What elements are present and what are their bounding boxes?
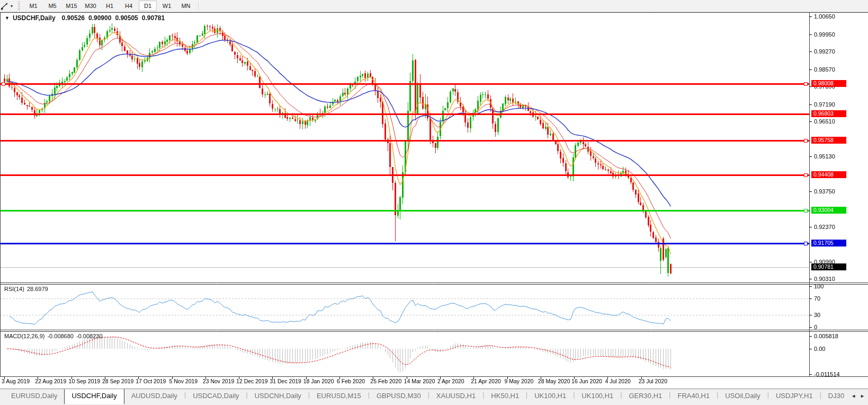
date-axis-label: 10 Sep 2019 [69,378,101,384]
price-level-tag: 0.93004 [811,207,846,214]
rsi-axis-label: 30 [814,312,820,318]
ohlc-low: 0.90505 [115,14,138,22]
timeframes-toolbar: ▾ M1M5M15M30H1H4D1W1MN [0,0,868,12]
toolbar-separator [198,2,199,10]
date-axis-label: 31 Dec 2019 [270,378,301,384]
terminal-window: ▾ M1M5M15M30H1H4D1W1MN ▼ USDCHF,Daily 0.… [0,0,868,405]
timeframe-button-m15[interactable]: M15 [62,1,80,11]
timeframe-button-w1[interactable]: W1 [158,1,176,11]
date-axis-label: 21 Apr 2020 [471,378,501,384]
price-axis-tick: 1.00650 [814,13,835,20]
date-axis-label: 23 Nov 2019 [203,378,235,384]
tab-usdjpy-h1[interactable]: USDJPY,H1 [769,389,820,403]
tab-audusd-daily[interactable]: AUDUSD,Daily [124,389,184,403]
tab-ger30-h1[interactable]: GER30,H1 [622,389,669,403]
date-axis-label: 22 Aug 2019 [35,378,66,384]
toolbar-grip[interactable] [17,2,20,10]
timeframe-button-m30[interactable]: M30 [82,1,100,11]
chart-symbol-label: USDCHF,Daily [13,14,56,22]
rsi-label: RSI(14)28.6979 [4,286,51,292]
window-menu-caret-icon[interactable]: ▼ [5,15,10,21]
price-axis-tick: 0.96510 [814,118,835,125]
date-axis-label: 18 Jan 2020 [303,378,334,384]
rsi-axis-label: 70 [814,295,820,302]
line-tool-icon [1,2,9,10]
price-level-tag: 0.94408 [811,171,846,178]
caret-down-icon: ▾ [11,4,13,8]
macd-axis-label: -0.011514 [814,371,840,377]
price-axis-tick: 0.97190 [814,101,835,108]
price-axis-tick: 0.93750 [814,188,835,195]
timeframe-button-m1[interactable]: M1 [24,1,42,11]
rsi-axis-label: 100 [814,283,824,289]
line-tool-button[interactable]: ▾ [0,1,15,11]
date-axis-label: 14 Mar 2020 [404,378,435,384]
date-axis-label: 5 Nov 2019 [169,378,198,384]
price-axis-tick: 0.90310 [814,276,835,282]
tab-scroll-right-button[interactable]: ► [860,393,865,399]
timeframe-button-m5[interactable]: M5 [43,1,61,11]
tab-fra40-h1[interactable]: FRA40,H1 [670,389,717,403]
tab-eurusd-daily[interactable]: EURUSD,Daily [4,389,64,403]
date-axis-label: 17 Oct 2019 [136,378,166,384]
date-axis-label: 16 Jun 2020 [571,378,602,384]
ohlc-close: 0.90781 [142,14,165,22]
date-axis-label: 23 Jul 2020 [639,378,667,384]
price-axis-tick: 0.99950 [814,31,835,38]
bid-price-tag: 0.90781 [811,263,846,270]
tab-uk100-h1[interactable]: UK100,H1 [527,389,573,403]
tab-scroll-buttons: ◄ ► [845,389,868,403]
chart-tab-bar: EURUSD,DailyUSDCHF,DailyAUDUSD,Daily|USD… [0,389,868,405]
price-level-tag: 0.91705 [811,240,846,246]
date-axis[interactable]: 3 Aug 201922 Aug 201910 Sep 201928 Sep 2… [0,376,809,389]
date-axis-label: 28 Sep 2019 [102,378,134,384]
ohlc-open: 0.90526 [62,14,85,22]
rsi-axis-label: 0 [814,324,817,330]
timeframe-button-h1[interactable]: H1 [101,1,119,11]
price-level-tag: 0.95758 [811,137,846,144]
ohlc-high: 0.90900 [88,14,111,22]
macd-axis-label: 0.005818 [814,333,838,339]
tab-usdchf-daily[interactable]: USDCHF,Daily [64,389,124,404]
date-axis-label: 4 Jul 2020 [605,378,630,384]
timeframe-button-d1[interactable]: D1 [139,1,157,11]
tab-scroll-left-button[interactable]: ◄ [851,393,856,399]
macd-label: MACD(12,26,9)-0.008680-0.008230 [4,333,105,339]
tab-usdcnh-daily[interactable]: USDCNH,Daily [248,389,308,403]
price-axis-tick: 0.92370 [814,224,835,230]
chart-title: ▼ USDCHF,Daily 0.90526 0.90900 0.90505 0… [5,14,168,22]
tab-usdcad-daily[interactable]: USDCAD,Daily [186,389,246,403]
timeframe-button-mn[interactable]: MN [177,1,195,11]
price-level-tag: 0.98008 [811,80,846,87]
price-axis-tick: 0.95130 [814,153,835,160]
price-axis[interactable]: 1.006500.999500.992700.985700.978900.971… [810,12,868,376]
date-axis-label: 12 Dec 2019 [236,378,268,384]
date-axis-label: 3 Aug 2019 [2,378,30,384]
tab-hk50-h1[interactable]: HK50,H1 [484,389,526,403]
date-axis-label: 2 Apr 2020 [437,378,464,384]
macd-axis-label: 0.00 [814,346,825,352]
tab-gbpusd-m30[interactable]: GBPUSD,M30 [370,389,428,403]
tab-usoil-daily[interactable]: USOil,Daily [718,389,767,403]
date-axis-label: 6 Feb 2020 [337,378,365,384]
price-axis-tick: 0.98570 [814,66,835,73]
chart-canvas[interactable] [0,12,868,388]
tab-uk100-h1[interactable]: UK100,H1 [575,389,620,403]
price-axis-tick: 0.99270 [814,48,835,55]
date-axis-label: 25 Feb 2020 [370,378,401,384]
tab-xauusd-h1[interactable]: XAUUSD,H1 [429,389,482,403]
timeframe-button-h4[interactable]: H4 [120,1,138,11]
date-axis-label: 28 May 2020 [538,378,570,384]
date-axis-label: 9 May 2020 [505,378,534,384]
price-level-tag: 0.96803 [811,110,846,117]
tab-eurusd-m15[interactable]: EURUSD,M15 [310,389,368,403]
